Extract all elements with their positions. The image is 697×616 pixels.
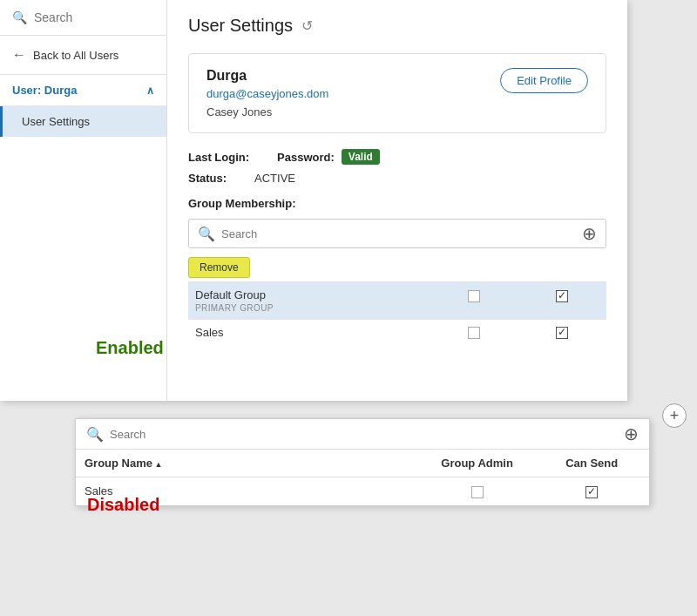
group-search-inner: 🔍 [198,226,582,242]
user-card: Durga durga@caseyjones.dom Casey Jones E… [188,53,606,133]
can-send-checkbox[interactable] [556,327,568,339]
page-title-row: User Settings ↺ [188,16,606,36]
add-group-button[interactable]: ⊕ [582,225,597,242]
back-to-all-users-button[interactable]: ← Back to All Users [0,36,166,75]
sort-icon[interactable] [152,457,162,470]
can-send-cell [518,319,606,345]
sidebar-nav-label: User Settings [22,115,90,128]
primary-label-row: PRIMARY GROUP [188,302,606,319]
can-send-checkbox[interactable] [585,486,598,498]
table-row: Default Group [188,282,606,303]
col-group-admin: Group Admin [420,450,535,477]
top-panel: 🔍 ← Back to All Users User: Durga ∧ User… [0,0,627,401]
login-password-row: Last Login: Password: Valid [188,149,606,165]
user-email: durga@caseyjones.dom [206,87,328,100]
sidebar-search-input[interactable] [34,10,154,24]
enabled-label: Enabled [96,338,164,358]
group-name-cell: Sales [188,319,430,345]
group-search-row[interactable]: 🔍 ⊕ [188,219,606,248]
bottom-search-input[interactable] [110,428,232,441]
password-label: Password: [277,151,335,164]
sidebar-user-section: User: Durga ∧ User Settings [0,75,166,137]
user-name: Durga [206,68,328,84]
bottom-panel: 🔍 ⊕ Group Name Group Admin Can Send Sale… [75,418,650,506]
status-value: ACTIVE [254,172,295,185]
bottom-search-row[interactable]: 🔍 ⊕ [76,419,649,450]
bottom-search-icon: 🔍 [86,426,104,443]
col-can-send: Can Send [534,450,649,477]
admin-checkbox[interactable] [471,486,484,498]
user-org: Casey Jones [206,105,328,118]
search-icon: 🔍 [12,10,27,24]
group-table: Default Group PRIMARY GROUP Sales [188,281,606,345]
edit-profile-button[interactable]: Edit Profile [500,68,588,93]
group-name-cell: Default Group [188,282,430,303]
can-send-checkbox[interactable] [556,290,568,302]
page-title: User Settings [188,16,293,36]
group-search-input[interactable] [221,227,582,240]
back-to-all-label: Back to All Users [33,49,118,62]
bottom-add-group-button[interactable]: ⊕ [624,425,639,443]
password-status-badge: Valid [342,149,380,165]
admin-checkbox[interactable] [468,290,480,302]
chevron-up-icon: ∧ [146,85,154,97]
bottom-search-inner: 🔍 [86,426,232,443]
remove-btn-row: Remove [188,257,606,278]
last-login-label: Last Login: [188,151,249,164]
back-arrow-icon: ← [12,47,26,63]
can-send-cell [534,477,649,505]
group-admin-cell [420,477,535,505]
group-admin-cell [430,319,518,345]
primary-group-label: PRIMARY GROUP [188,302,606,319]
status-label: Status: [188,172,227,185]
group-search-icon: 🔍 [198,226,215,242]
sidebar-item-user-settings[interactable]: User Settings [0,106,166,137]
user-info: Durga durga@caseyjones.dom Casey Jones [206,68,328,118]
disabled-label: Disabled [87,495,159,515]
table-row: Sales [188,319,606,345]
table-row: Sales [76,477,649,505]
sidebar-search-container[interactable]: 🔍 [0,0,166,36]
bottom-group-table: Group Name Group Admin Can Send Sales [76,450,649,505]
admin-checkbox[interactable] [468,327,480,339]
refresh-icon[interactable]: ↺ [301,17,313,34]
sidebar-user-label: User: Durga [12,84,77,97]
can-send-cell [518,282,606,303]
table-header-row: Group Name Group Admin Can Send [76,450,649,477]
col-group-name: Group Name [76,450,420,477]
status-row: Status: ACTIVE [188,172,606,185]
main-content: User Settings ↺ Durga durga@caseyjones.d… [167,0,627,401]
sidebar-user-header[interactable]: User: Durga ∧ [0,75,166,106]
group-admin-cell [430,282,518,303]
add-group-button-bottom[interactable]: + [662,403,687,428]
group-membership-title: Group Membership: [188,197,606,210]
remove-button[interactable]: Remove [188,257,250,278]
